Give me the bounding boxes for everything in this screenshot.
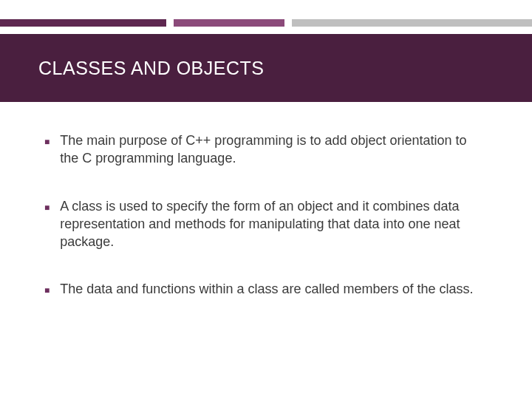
square-bullet-icon: ■ xyxy=(44,284,50,296)
title-band: CLASSES AND OBJECTS xyxy=(0,34,532,102)
slide-content: ■ The main purpose of C++ programming is… xyxy=(0,102,532,299)
stripe-gap xyxy=(166,19,174,27)
stripe-segment-mid xyxy=(174,19,284,27)
square-bullet-icon: ■ xyxy=(44,136,50,148)
bullet-item: ■ The main purpose of C++ programming is… xyxy=(44,132,488,168)
stripe-segment-dark xyxy=(0,19,166,27)
stripe-segment-light xyxy=(292,19,532,27)
bullet-item: ■ The data and functions within a class … xyxy=(44,280,488,298)
bullet-text: A class is used to specify the form of a… xyxy=(60,197,488,251)
bullet-item: ■ A class is used to specify the form of… xyxy=(44,197,488,251)
decorative-stripe xyxy=(0,19,532,27)
square-bullet-icon: ■ xyxy=(44,202,50,214)
bullet-text: The data and functions within a class ar… xyxy=(60,280,488,298)
bullet-text: The main purpose of C++ programming is t… xyxy=(60,132,488,168)
slide-title: CLASSES AND OBJECTS xyxy=(38,58,264,79)
stripe-gap xyxy=(284,19,292,27)
